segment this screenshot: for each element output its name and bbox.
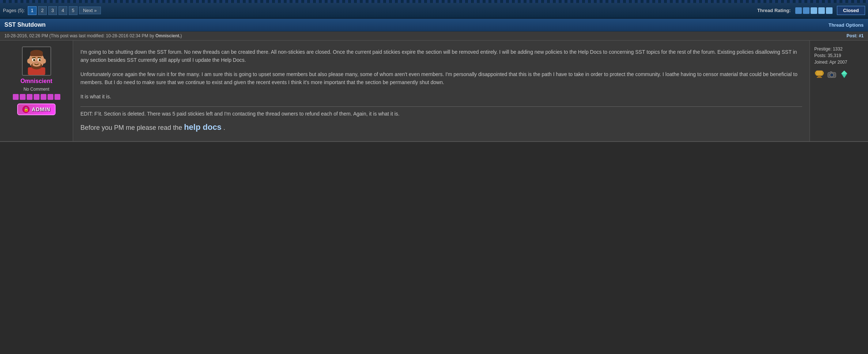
page-btn-1[interactable]: 1 <box>28 6 37 15</box>
svg-point-24 <box>831 74 833 76</box>
footer-text: Before you PM me please read the help do… <box>80 121 802 133</box>
pip-6 <box>48 94 53 100</box>
star-1 <box>795 7 802 14</box>
edit-note: EDIT: F'it. Section is deleted. There wa… <box>80 106 802 118</box>
post-date: 10-28-2016, 02:26 PM <box>4 33 48 38</box>
star-4 <box>818 7 825 14</box>
joined-stat: Joined: Apr 2007 <box>814 60 864 65</box>
star-5 <box>826 7 833 14</box>
post-paragraph-1: I'm going to be shutting down the SST fo… <box>80 48 802 64</box>
post-meta-bar: 10-28-2016, 02:26 PM (This post was last… <box>0 31 868 41</box>
badge-icon-1 <box>814 69 824 79</box>
post-paragraph-2: Unfortunately once again the few ruin it… <box>80 70 802 87</box>
next-button[interactable]: Next » <box>79 7 101 14</box>
svg-rect-25 <box>830 71 832 73</box>
post-modified-text: (This post was last modified: 10-28-2016… <box>49 33 182 38</box>
pip-7 <box>54 94 60 100</box>
user-avatar <box>22 46 51 76</box>
svg-rect-20 <box>815 72 816 75</box>
page-btn-2[interactable]: 2 <box>38 6 47 15</box>
thread-title: SST Shutdown <box>4 22 46 28</box>
thread-rating-label: Thread Rating: <box>757 8 791 13</box>
svg-rect-21 <box>822 72 824 75</box>
user-pips <box>13 94 60 100</box>
pagination: Pages (5): 1 2 3 4 5 Next » <box>3 6 101 15</box>
post-number: Post: #1 <box>846 33 864 38</box>
user-sidebar: Omniscient No Comment 🔒 ADMIN <box>0 41 73 141</box>
pages-label: Pages (5): <box>3 8 25 13</box>
decorative-top-pattern <box>0 0 868 3</box>
page-btn-5[interactable]: 5 <box>69 6 78 15</box>
pip-2 <box>20 94 26 100</box>
top-bar: Pages (5): 1 2 3 4 5 Next » Thread Ratin… <box>0 3 868 19</box>
thread-title-bar: SST Shutdown Thread Options <box>0 19 868 31</box>
pip-4 <box>34 94 39 100</box>
avatar-image <box>23 47 50 75</box>
svg-point-10 <box>33 59 35 61</box>
pip-5 <box>41 94 46 100</box>
badge-icon-3 <box>839 69 849 79</box>
svg-point-16 <box>35 61 38 64</box>
closed-badge: Closed <box>837 6 865 15</box>
thread-rating-area: Thread Rating: Closed <box>757 6 865 15</box>
post-date-info: 10-28-2016, 02:26 PM (This post was last… <box>4 33 182 38</box>
pip-3 <box>27 94 33 100</box>
rating-stars <box>795 7 833 14</box>
svg-point-6 <box>27 59 31 63</box>
svg-rect-17 <box>816 71 823 76</box>
post-modified-by: Omniscient. <box>155 33 181 38</box>
badge-icon-2 <box>827 69 837 79</box>
star-2 <box>803 7 809 14</box>
prestige-stat: Prestige: 1332 <box>814 46 864 52</box>
post-container: Omniscient No Comment 🔒 ADMIN I'm going … <box>0 41 868 142</box>
svg-rect-19 <box>817 77 822 78</box>
username[interactable]: Omniscient <box>20 78 52 84</box>
admin-badge-icon: 🔒 <box>22 106 30 113</box>
page-btn-3[interactable]: 3 <box>48 6 57 15</box>
help-docs-link[interactable]: help docs <box>184 123 222 132</box>
footer-end: . <box>223 124 225 131</box>
page-btn-4[interactable]: 4 <box>59 6 67 15</box>
svg-point-7 <box>42 59 46 63</box>
user-badges <box>814 69 864 79</box>
user-title: No Comment <box>23 87 49 92</box>
post-paragraph-3: It is what it is. <box>80 93 802 101</box>
admin-badge: 🔒 ADMIN <box>17 103 56 115</box>
post-body: I'm going to be shutting down the SST fo… <box>73 41 809 141</box>
pip-1 <box>13 94 19 100</box>
svg-rect-18 <box>818 75 821 77</box>
svg-rect-5 <box>30 52 42 56</box>
star-3 <box>811 7 817 14</box>
footer-plain: Before you PM me please read the <box>80 124 182 131</box>
svg-point-11 <box>38 59 41 61</box>
user-stats: Prestige: 1332 Posts: 35,319 Joined: Apr… <box>809 41 868 141</box>
posts-stat: Posts: 35,319 <box>814 53 864 58</box>
thread-options-button[interactable]: Thread Options <box>829 22 864 28</box>
admin-badge-text: ADMIN <box>32 106 50 112</box>
